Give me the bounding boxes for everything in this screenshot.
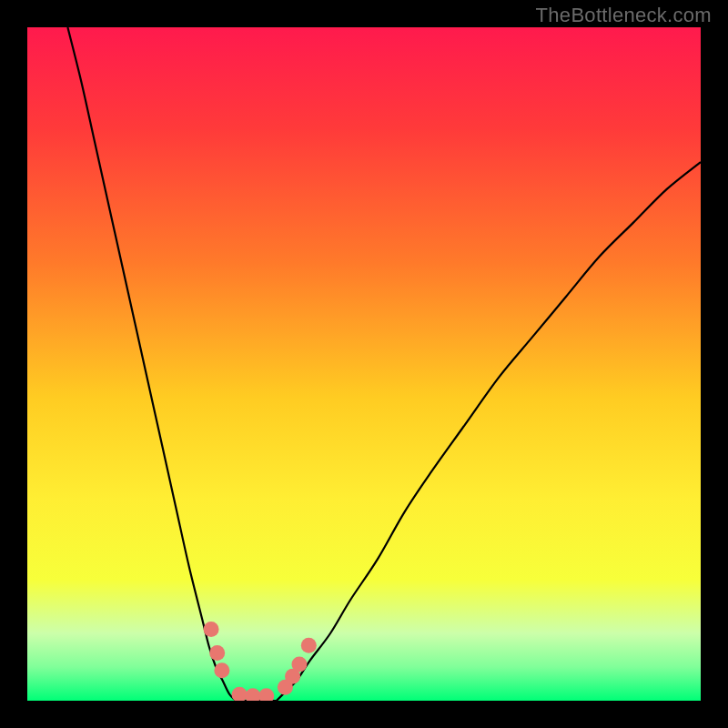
chart-area [27, 27, 701, 701]
chart-svg [27, 27, 701, 701]
data-marker [209, 645, 225, 661]
data-marker [301, 638, 317, 653]
watermark-text: TheBottleneck.com [536, 4, 712, 27]
data-marker [204, 622, 219, 637]
data-marker [214, 662, 229, 678]
gradient-background [27, 27, 701, 701]
data-marker [291, 657, 307, 672]
